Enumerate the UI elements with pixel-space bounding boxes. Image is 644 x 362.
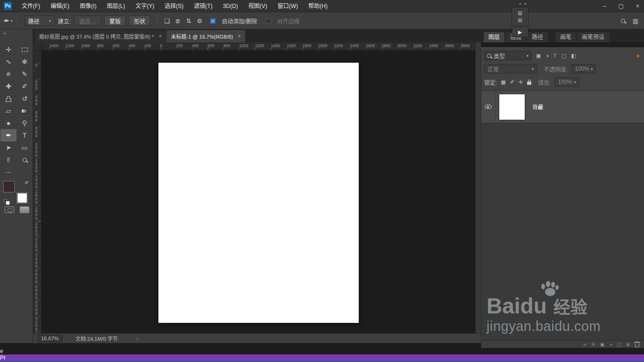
menu-filter[interactable]: 滤镜(T) [189,0,217,12]
zoom-tool[interactable] [17,154,33,166]
current-tool-icon[interactable]: ✒ [4,17,9,25]
menu-3d[interactable]: 3D(D) [218,0,243,12]
close-button[interactable]: × [636,3,639,9]
panel-icon-1[interactable]: ▤ [518,10,522,16]
selection-button[interactable]: 选区… [74,16,101,26]
filter-adjustment-layers-icon[interactable]: ◑ [545,53,549,58]
workspace-switch-icon[interactable]: ▥ [633,17,638,25]
path-operations-icon[interactable]: ❏ [164,17,170,25]
healing-brush-tool[interactable]: ✚ [0,80,17,92]
collapse-panel-icon[interactable]: » [519,1,521,6]
filter-smart-objects-icon[interactable]: ◧ [571,53,576,59]
pick-mode-select[interactable]: 路径▾ [25,16,55,26]
lock-transparent-icon[interactable]: ▦ [501,79,505,85]
fill-field[interactable]: 100% ▾ [555,77,579,87]
dodge-tool[interactable]: ⚲ [17,117,33,129]
gear-icon[interactable]: ⚙ [197,17,203,25]
panel-tab-brush-presets[interactable]: 画笔预设 [577,32,609,42]
canvas-area[interactable] [41,50,475,333]
menu-type[interactable]: 文字(Y) [130,0,159,12]
taskbar-ie[interactable]: e [0,348,644,354]
search-icon[interactable] [621,19,625,23]
opacity-field[interactable]: 100% ▾ [571,64,596,74]
layer-group-icon[interactable]: ▢ [617,342,621,347]
close-panel-icon[interactable]: × [524,1,527,6]
path-arrange-icon[interactable]: ⇅ [186,17,191,25]
vertical-scrollbar[interactable] [475,42,481,343]
lasso-tool[interactable]: ∿ [0,56,17,68]
layer-row[interactable]: 背景 [481,91,644,123]
default-colors-icon[interactable] [4,199,7,202]
tab-close-icon[interactable]: × [238,33,241,40]
filter-type-layers-icon[interactable]: T [553,53,557,58]
taskbar-premiere[interactable]: Pr [0,354,644,361]
lock-all-icon[interactable] [527,82,531,85]
menu-select[interactable]: 选择(S) [159,0,189,12]
menu-window[interactable]: 窗口(W) [272,0,303,12]
status-chevron-icon[interactable]: › [137,336,139,341]
align-edges-checkbox[interactable]: 对齐边缘 [265,17,303,25]
panel-tab-paths[interactable]: 路径 [527,32,548,42]
screen-mode-button[interactable] [20,206,29,213]
filter-switch[interactable] [636,54,640,58]
gradient-tool[interactable] [17,105,33,117]
move-tool[interactable]: ✛ [0,43,17,56]
menu-file[interactable]: 文件(F) [17,0,45,12]
adjustment-layer-icon[interactable]: ◑ [610,342,612,347]
toolbar-collapse-icon[interactable]: « [3,31,6,36]
blur-tool[interactable]: ● [0,117,17,129]
menu-layer[interactable]: 图层(L) [102,0,131,12]
play-action-button[interactable]: ▶ [512,27,528,37]
mask-button[interactable]: 蒙版 [104,16,126,26]
restore-button[interactable]: ▢ [619,3,624,9]
quick-mask-button[interactable] [5,206,14,213]
shape-button[interactable]: 形状 [129,16,150,26]
path-alignment-icon[interactable]: ≣ [175,17,181,25]
new-layer-icon[interactable]: ⊞ [626,342,630,347]
layer-visibility-toggle[interactable] [481,91,495,123]
auto-add-delete-checkbox[interactable]: ✓自动添加/删除 [210,17,260,25]
marquee-tool[interactable] [17,43,33,56]
type-tool[interactable]: T [17,129,33,141]
filter-kind-select[interactable]: 类型 ▾ [484,51,531,60]
background-color-swatch[interactable] [17,193,27,203]
eraser-tool[interactable]: ▱ [0,105,17,117]
pen-tool[interactable]: ✒ [0,129,17,141]
layer-thumbnail[interactable] [499,94,525,120]
shape-tool[interactable]: ▭ [17,141,33,154]
panel-icon-2[interactable]: ▤ [518,17,522,23]
eyedropper-tool[interactable]: ✎ [17,68,33,80]
foreground-color-swatch[interactable] [4,181,14,192]
path-selection-tool[interactable]: ➤ [0,141,17,154]
quick-selection-tool[interactable]: ✻ [17,56,33,68]
layer-mask-icon[interactable]: ▣ [600,342,604,347]
brush-tool[interactable]: ✐ [17,80,33,92]
link-layers-icon[interactable]: ∞ [584,342,586,347]
panel-tab-brush[interactable]: 画笔 [555,32,576,42]
filter-shape-layers-icon[interactable]: ▢ [561,53,566,59]
delete-layer-icon[interactable] [635,343,639,347]
lock-pixels-icon[interactable]: ✐ [510,79,514,85]
document-tab-2[interactable]: 未标题-1 @ 16.7%(RGB/8)× [166,30,245,42]
layer-effects-icon[interactable]: fx [592,342,595,347]
hand-tool[interactable]: ✌ [0,154,17,166]
more-tools[interactable]: ⋯ [0,166,17,178]
menu-edit[interactable]: 编辑(E) [45,0,74,12]
blend-mode-select[interactable]: 正常 ▾ [484,64,537,74]
tab-close-icon[interactable]: × [158,33,162,40]
crop-tool[interactable]: # [0,68,17,80]
menu-help[interactable]: 帮助(H) [303,0,333,12]
menu-view[interactable]: 视图(V) [243,0,272,12]
document-canvas[interactable] [158,63,359,323]
document-tab-1[interactable]: 婚纱抠图.jpg @ 37.4% (图层 0 拷贝, 图层蒙版/8) *× [35,30,166,42]
clone-stamp-tool[interactable]: 凸 [0,92,17,105]
swap-colors-icon[interactable]: ⇄ [25,180,28,185]
ruler-label: 1200 [34,157,39,173]
zoom-level-field[interactable]: 16.67% [38,335,62,342]
lock-position-icon[interactable]: ✛ [519,79,523,85]
filter-pixel-layers-icon[interactable]: ▣ [536,53,541,59]
menu-image[interactable]: 图像(I) [74,0,101,12]
panel-tab-layers[interactable]: 图层 [484,32,504,42]
history-brush-tool[interactable]: ↺ [17,92,33,105]
minimize-button[interactable]: – [603,3,606,9]
